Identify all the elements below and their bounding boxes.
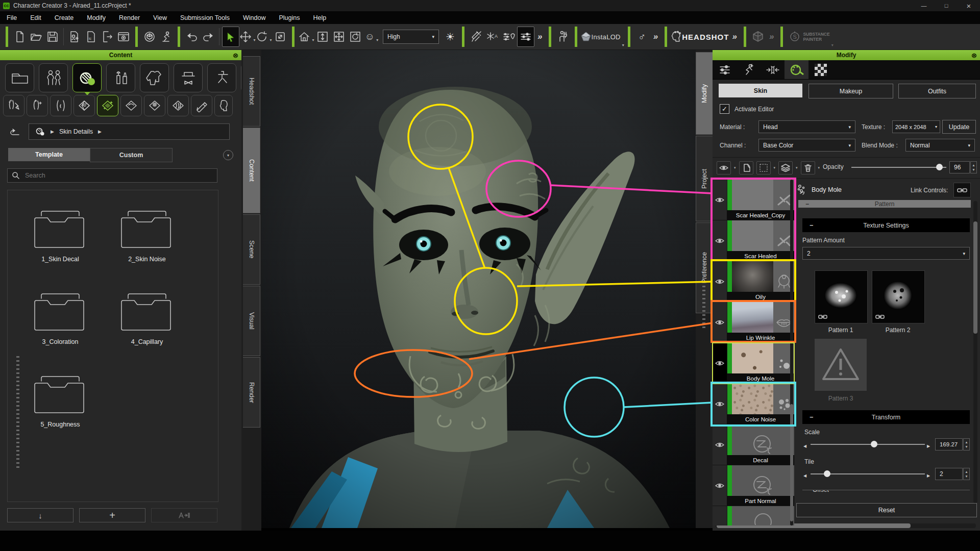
subcat-skin-detail-button[interactable]	[97, 95, 118, 116]
pose-manager-button[interactable]	[141, 27, 158, 46]
eye-icon[interactable]	[713, 384, 727, 424]
dropdown-caret[interactable]: ▾	[376, 38, 378, 46]
modify-panel-header[interactable]: Modify ⊗	[713, 50, 980, 60]
settings-scrollbar-thumb[interactable]	[973, 221, 977, 334]
eye-icon[interactable]	[713, 343, 727, 383]
texture-settings-section-header[interactable]: − Texture Settings	[802, 218, 970, 232]
tab-modify[interactable]: Modify	[696, 52, 713, 135]
tile-value-box[interactable]: 2	[935, 468, 963, 480]
layer-row-color-noise[interactable]: Color Noise	[713, 384, 794, 424]
delete-layer-button[interactable]	[801, 161, 815, 174]
category-furniture-button[interactable]	[207, 63, 236, 92]
dropdown-caret[interactable]: ▾	[270, 38, 272, 46]
pattern-section-header[interactable]: − Pattern	[798, 200, 971, 208]
selection-mask-button[interactable]	[756, 161, 771, 174]
render-image-button[interactable]	[115, 27, 132, 46]
menu-view[interactable]: View	[146, 11, 174, 24]
rotate-tool-button[interactable]: ▾	[256, 27, 272, 46]
subcat-skin-arc-button[interactable]	[120, 95, 142, 116]
transform-section-header[interactable]: − Transform	[802, 410, 970, 424]
reset-button[interactable]: Reset	[796, 503, 977, 517]
category-skin-button[interactable]	[72, 63, 102, 92]
layer-list-scrollbar-thumb[interactable]	[790, 404, 793, 521]
update-button[interactable]: Update	[942, 120, 976, 134]
scale-dec-arrow[interactable]: ◀	[803, 444, 806, 448]
add-content-button[interactable]: +	[79, 508, 145, 522]
undo-button[interactable]	[184, 27, 200, 46]
folder-item[interactable]: 4_Capillary	[109, 292, 185, 345]
minimize-button[interactable]: —	[913, 0, 935, 11]
activate-editor-checkbox[interactable]: ✓	[720, 104, 729, 114]
texture-size-dropdown[interactable]: 2048 x 2048▾	[892, 120, 940, 133]
layer-row-part-normal[interactable]: Part Normal	[713, 465, 794, 506]
layer-list-scrollbar[interactable]	[790, 180, 793, 525]
toolbar-overflow-chevrons[interactable]: »	[537, 32, 542, 42]
tile-slider[interactable]	[811, 473, 925, 474]
opacity-slider-handle[interactable]	[936, 164, 943, 170]
menu-help[interactable]: Help	[306, 11, 333, 24]
category-makeup-button[interactable]	[106, 63, 135, 92]
camera-home-button[interactable]: ▾	[298, 27, 314, 46]
attribute-tab-icon[interactable]	[713, 60, 737, 79]
dropdown-caret[interactable]: ▾	[831, 43, 834, 49]
makeup-tab-button[interactable]: Makeup	[808, 84, 893, 98]
facial-expression-button[interactable]: ☺▾	[363, 27, 380, 46]
tile-inc-arrow[interactable]: ▶	[927, 473, 930, 478]
subcat-morph-plus-button[interactable]	[27, 95, 48, 116]
pattern2-thumbnail[interactable]	[872, 270, 925, 323]
eye-icon[interactable]	[713, 220, 727, 261]
subcat-skin-ball-button[interactable]	[144, 95, 165, 116]
instalod-label[interactable]: InstaLOD	[591, 33, 620, 41]
viewport-splitter-handle[interactable]	[702, 269, 705, 331]
skin-tab-button[interactable]: Skin	[719, 84, 802, 97]
menu-render[interactable]: Render	[112, 11, 146, 24]
scale-tool-button[interactable]	[272, 27, 288, 46]
new-project-button[interactable]	[12, 27, 28, 46]
adjust-tab-icon[interactable]	[761, 60, 785, 79]
chevron-down-icon[interactable]: ▾	[734, 166, 736, 170]
menu-edit[interactable]: Edit	[23, 11, 48, 24]
tab-visual[interactable]: Visual	[243, 286, 260, 356]
category-project-button[interactable]	[5, 63, 34, 92]
frame-all-button[interactable]	[331, 27, 347, 46]
material-dropdown[interactable]: Head▾	[758, 120, 855, 133]
eye-icon[interactable]	[713, 180, 727, 220]
layer-row-lip-wrinkle[interactable]: Lip Wrinkle	[713, 302, 794, 343]
instalod-logo-icon[interactable]	[581, 27, 591, 46]
tab-render[interactable]: Render	[243, 357, 260, 428]
goz-zbrush-button[interactable]	[158, 27, 174, 46]
opacity-spinner[interactable]: ▲▼	[970, 161, 977, 173]
open-project-button[interactable]	[28, 27, 44, 46]
scale-spinner[interactable]: ▲▼	[963, 438, 970, 450]
search-input[interactable]	[24, 171, 200, 180]
import-character-button[interactable]	[66, 27, 83, 46]
pipeline-character-button[interactable]	[555, 27, 571, 46]
scale-value-box[interactable]: 169.27	[935, 438, 963, 450]
maximize-button[interactable]: □	[935, 0, 958, 11]
save-project-button[interactable]	[44, 27, 61, 46]
layer-row-scar-healed[interactable]: Scar Healed	[713, 220, 794, 261]
export-button[interactable]	[99, 27, 115, 46]
category-cloth-button[interactable]	[140, 63, 169, 92]
breadcrumb[interactable]: ▶ Skin Details ▶	[29, 123, 230, 140]
character-overflow-chevrons[interactable]: »	[653, 32, 658, 42]
duplicate-layer-button[interactable]	[739, 161, 753, 174]
subcat-body-button[interactable]	[50, 95, 71, 116]
tab-project[interactable]: Project	[696, 136, 713, 221]
category-accessory-button[interactable]	[174, 63, 203, 92]
category-actor-button[interactable]	[39, 63, 68, 92]
tab-custom[interactable]: Custom	[90, 148, 173, 162]
menu-file[interactable]: File	[0, 11, 23, 24]
dropdown-caret[interactable]: ▾	[312, 38, 314, 46]
folder-item[interactable]: 5_Roughness	[22, 375, 99, 428]
quality-dropdown[interactable]: High▾	[383, 30, 439, 44]
collapse-chevron-icon[interactable]: ▾	[223, 150, 233, 160]
menu-window[interactable]: Window	[236, 11, 272, 24]
eye-icon[interactable]	[713, 302, 727, 342]
eye-icon[interactable]	[713, 506, 727, 525]
folder-item[interactable]: 3_Coloration	[22, 292, 99, 345]
breadcrumb-arrow-icon[interactable]: ▶	[98, 129, 102, 134]
chevron-down-icon[interactable]: ▾	[796, 166, 798, 170]
menu-plugins[interactable]: Plugins	[272, 11, 306, 24]
viewport-3d[interactable]	[261, 50, 696, 528]
